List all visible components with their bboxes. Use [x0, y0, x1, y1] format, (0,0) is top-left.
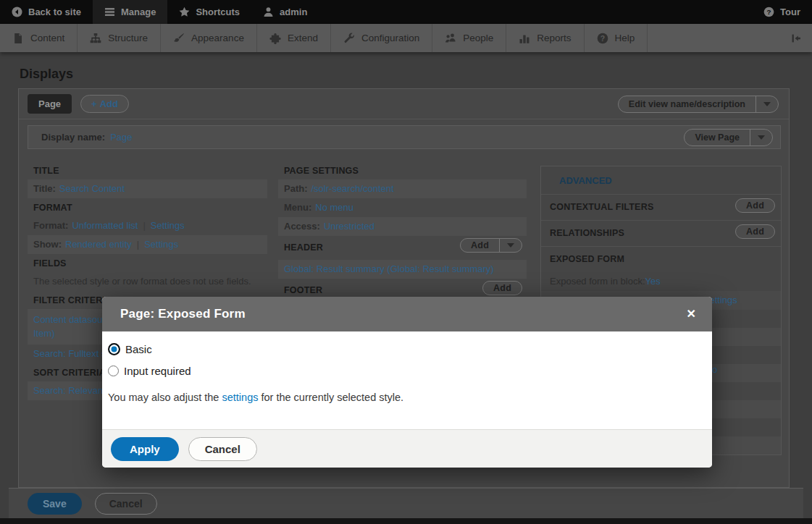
- manage-menu-button[interactable]: Manage: [93, 0, 167, 24]
- show-link[interactable]: Rendered entity: [65, 239, 132, 250]
- footer-add-button[interactable]: Add: [482, 281, 522, 295]
- menu-item-label: People: [463, 33, 493, 43]
- access-row: Access:Unrestricted: [278, 217, 527, 236]
- format-settings-link[interactable]: Settings: [151, 220, 185, 231]
- question-icon: ?: [597, 33, 608, 44]
- menu-item-content[interactable]: Content: [0, 24, 78, 52]
- menu-item-structure[interactable]: Structure: [78, 24, 161, 52]
- menu-item-label: Appearance: [191, 33, 244, 43]
- section-page-settings-header: PAGE SETTINGS: [278, 161, 527, 179]
- title-row: Title:Search Content: [28, 179, 267, 198]
- menu-item-extend[interactable]: Extend: [257, 24, 331, 52]
- show-label: Show:: [33, 239, 62, 250]
- menu-link[interactable]: No menu: [315, 202, 353, 213]
- shortcuts-label: Shortcuts: [196, 7, 240, 17]
- menu-label: Menu:: [284, 202, 311, 213]
- menu-item-label: Reports: [537, 33, 571, 43]
- admin-bar-spacer: [648, 24, 780, 52]
- section-title-header: TITLE: [28, 161, 267, 179]
- contextual-filters-add-label: Add: [736, 199, 774, 212]
- section-header-header: HEADER Add: [278, 236, 527, 260]
- settings-link[interactable]: settings: [222, 392, 258, 403]
- close-icon[interactable]: ✕: [687, 308, 696, 320]
- apply-button[interactable]: Apply: [111, 437, 179, 461]
- display-name-link[interactable]: Page: [110, 132, 132, 143]
- header-add-label: Add: [461, 239, 499, 252]
- format-label: Format:: [33, 220, 68, 231]
- note-suffix: for the currently selected style.: [258, 392, 403, 403]
- exposed-form-modal: Page: Exposed Form ✕ Basic Input require…: [102, 297, 712, 468]
- tab-page-display[interactable]: Page: [28, 94, 72, 114]
- access-label: Access:: [284, 221, 320, 232]
- show-row: Show:Rendered entity|Settings: [28, 235, 267, 254]
- form-actions-bar: Save Cancel: [9, 488, 803, 518]
- back-to-site-label: Back to site: [28, 7, 81, 17]
- toolbar-orientation-toggle[interactable]: [780, 24, 812, 52]
- modal-cancel-button[interactable]: Cancel: [188, 437, 257, 461]
- view-page-dropdown-toggle[interactable]: [750, 130, 772, 145]
- cancel-button[interactable]: Cancel: [95, 493, 157, 515]
- column-middle: PAGE SETTINGS Path:/solr-search/content …: [278, 161, 527, 303]
- user-icon: [263, 7, 274, 17]
- header-add-dropdown-toggle[interactable]: [499, 239, 522, 252]
- edit-view-name-button[interactable]: Edit view name/description: [618, 96, 779, 113]
- path-link[interactable]: /solr-search/content: [311, 183, 394, 194]
- menu-item-reports[interactable]: Reports: [506, 24, 584, 52]
- radio-unselected-icon[interactable]: [108, 365, 119, 376]
- relationships-header: RELATIONSHIPS Add: [541, 220, 781, 246]
- header-add-button[interactable]: Add: [460, 238, 522, 253]
- contextual-filters-label: CONTEXTUAL FILTERS: [550, 202, 653, 212]
- radio-input-required-label: Input required: [124, 365, 191, 377]
- bottom-strip: [0, 518, 812, 524]
- edit-view-dropdown-toggle[interactable]: [756, 96, 778, 112]
- relationships-add-button[interactable]: Add: [735, 224, 775, 239]
- exposed-form-block-label: Exposed form in block:: [550, 276, 645, 287]
- back-arrow-icon: [12, 7, 22, 17]
- title-link[interactable]: Search Content: [59, 183, 125, 194]
- add-display-label: Add: [100, 98, 118, 109]
- fields-note: The selected style or row format does no…: [33, 276, 251, 287]
- bar-chart-icon: [519, 33, 530, 44]
- header-global-link[interactable]: Global: Result summary (Global: Result s…: [284, 263, 494, 274]
- radio-option-input-required[interactable]: Input required: [108, 365, 694, 377]
- format-link[interactable]: Unformatted list: [72, 220, 138, 231]
- tour-button[interactable]: ? Tour: [752, 0, 812, 24]
- note-prefix: You may also adjust the: [108, 392, 222, 403]
- exposed-form-header: EXPOSED FORM: [541, 246, 781, 272]
- radio-option-basic[interactable]: Basic: [108, 343, 694, 355]
- shortcuts-button[interactable]: Shortcuts: [167, 0, 251, 24]
- top-toolbar: Back to site Manage Shortcuts admin ? To…: [0, 0, 812, 24]
- admin-account-button[interactable]: admin: [251, 0, 319, 24]
- menu-item-appearance[interactable]: Appearance: [161, 24, 257, 52]
- menu-item-people[interactable]: People: [432, 24, 506, 52]
- edit-view-name-label: Edit view name/description: [619, 96, 756, 112]
- access-link[interactable]: Unrestricted: [324, 221, 374, 232]
- menu-item-label: Content: [30, 33, 64, 43]
- menu-item-help[interactable]: ? Help: [585, 24, 648, 52]
- footer-section-label: FOOTER: [284, 285, 322, 295]
- save-button[interactable]: Save: [28, 493, 82, 515]
- contextual-filters-header: CONTEXTUAL FILTERS Add: [541, 194, 781, 220]
- menu-item-label: Extend: [288, 33, 318, 43]
- menu-item-configuration[interactable]: Configuration: [331, 24, 432, 52]
- partial-link-fragment[interactable]: o: [712, 364, 717, 375]
- footer-add-label: Add: [483, 282, 522, 295]
- advanced-toggle[interactable]: ADVANCED: [541, 166, 781, 194]
- view-page-button[interactable]: View Page: [684, 129, 773, 146]
- add-display-button[interactable]: +Add: [80, 95, 129, 113]
- radio-selected-icon[interactable]: [108, 343, 120, 355]
- exposed-form-block-link[interactable]: Yes: [645, 276, 661, 287]
- sitemap-icon: [90, 33, 101, 44]
- back-to-site-button[interactable]: Back to site: [0, 0, 93, 24]
- hamburger-icon: [104, 7, 115, 17]
- brush-icon: [173, 33, 185, 44]
- separator: |: [137, 239, 139, 250]
- manage-label: Manage: [121, 7, 156, 17]
- drupal-views-ui-screen: Back to site Manage Shortcuts admin ? To…: [0, 0, 812, 524]
- modal-footer: Apply Cancel: [102, 429, 712, 468]
- star-icon: [179, 7, 190, 17]
- section-fields-header: FIELDS: [28, 254, 267, 272]
- contextual-filters-add-button[interactable]: Add: [735, 198, 775, 213]
- chevron-down-icon: [758, 135, 765, 140]
- show-settings-link[interactable]: Settings: [144, 239, 178, 250]
